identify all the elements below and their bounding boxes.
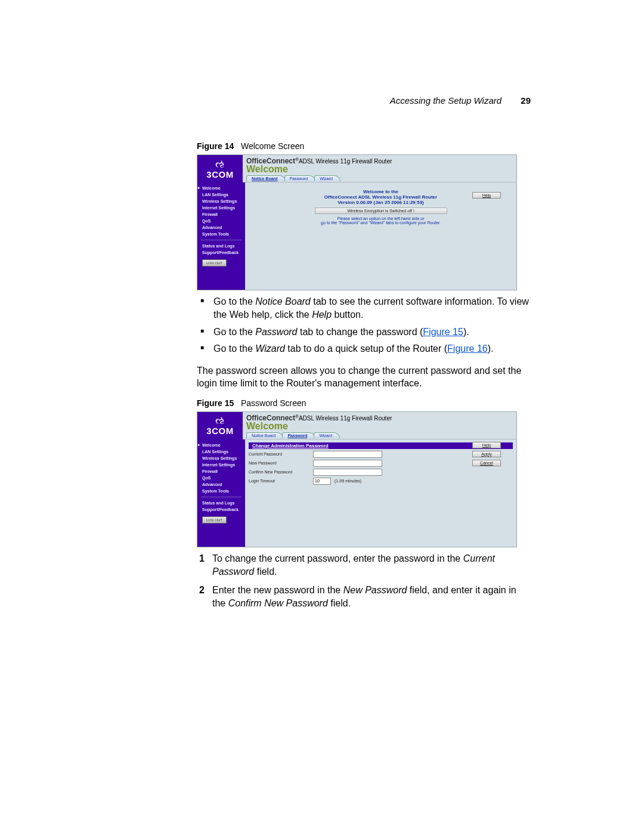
link-figure15[interactable]: Figure 15 <box>423 327 463 337</box>
sidebar-item-qos[interactable]: QoS <box>199 218 244 224</box>
confirm-password-input[interactable] <box>313 469 382 476</box>
tab-wizard[interactable]: Wizard <box>314 432 340 438</box>
sidebar-item-internet[interactable]: Internet Settings <box>199 205 244 211</box>
label-new-password: New Password <box>249 461 313 465</box>
running-title: Accessing the Setup Wizard <box>390 95 501 106</box>
sidebar-item-advanced[interactable]: Advanced <box>199 481 244 488</box>
tab-bar: Notice Board Password Wizard <box>246 432 513 438</box>
sidebar-item-lan[interactable]: LAN Settings <box>199 448 244 455</box>
steps-list: To change the current password, enter th… <box>197 552 531 611</box>
login-timeout-hint: (1-99 minutes) <box>335 479 361 483</box>
tab-password[interactable]: Password <box>282 432 315 438</box>
bullet-1: Go to the Notice Board tab to see the cu… <box>197 295 531 322</box>
sidebar-item-internet[interactable]: Internet Settings <box>199 462 244 468</box>
label-current-password: Current Password <box>249 452 313 456</box>
logout-button[interactable]: LOG OUT <box>202 259 227 267</box>
label-login-timeout: Login Timeout <box>249 479 313 483</box>
sidebar-item-qos[interactable]: QoS <box>199 475 244 481</box>
label-confirm-password: Confirm New Password <box>249 470 313 474</box>
sidebar-item-lan[interactable]: LAN Settings <box>199 191 244 198</box>
bullet-list: Go to the Notice Board tab to see the cu… <box>197 295 531 356</box>
sidebar-item-systemtools[interactable]: System Tools <box>199 231 244 237</box>
sidebar-item-status[interactable]: Status and Logs <box>199 243 244 249</box>
sidebar-item-wireless[interactable]: Wireless Settings <box>199 198 244 205</box>
instruction-line2: go to the "Password" and "Wizard" tabs t… <box>249 221 513 225</box>
sidebar-item-firewall[interactable]: Firewall <box>199 468 244 475</box>
figure14: ઌ 3COM OfficeConnect®ADSL Wireless 11g F… <box>197 154 517 290</box>
figure15: ઌ 3COM OfficeConnect®ADSL Wireless 11g F… <box>197 411 517 547</box>
new-password-input[interactable] <box>313 460 382 467</box>
page-number: 29 <box>521 95 531 106</box>
page-title: Welcome <box>246 421 513 432</box>
tab-bar: Notice Board Password Wizard <box>246 175 513 181</box>
cancel-button[interactable]: Cancel <box>472 460 501 466</box>
page-title: Welcome <box>246 164 513 175</box>
welcome-line3: Version 0.00.09 (Jan 25 2006 11:29:53) <box>249 200 513 205</box>
tab-password[interactable]: Password <box>284 175 316 181</box>
current-password-input[interactable] <box>313 451 382 458</box>
link-figure16[interactable]: Figure 16 <box>447 343 488 354</box>
encryption-status: Wireless Encryption is Switched off ! <box>315 208 447 214</box>
sidebar-item-wireless[interactable]: Wireless Settings <box>199 455 244 462</box>
swirl-icon: ઌ <box>215 159 225 169</box>
tab-wizard[interactable]: Wizard <box>314 175 340 181</box>
help-button[interactable]: Help <box>472 442 501 448</box>
sidebar-item-support[interactable]: Support/Feedback <box>199 506 244 513</box>
sidebar-item-status[interactable]: Status and Logs <box>199 500 244 506</box>
step-1: To change the current password, enter th… <box>197 552 531 579</box>
sidebar: Welcome LAN Settings Wireless Settings I… <box>197 182 245 290</box>
bullet-3: Go to the Wizard tab to do a quick setup… <box>197 342 531 355</box>
figure14-caption: Figure 14 Welcome Screen <box>197 141 531 151</box>
sidebar-item-systemtools[interactable]: System Tools <box>199 488 244 494</box>
figure15-caption: Figure 15 Password Screen <box>197 398 531 408</box>
sidebar-item-welcome[interactable]: Welcome <box>199 442 244 448</box>
tab-notice-board[interactable]: Notice Board <box>246 432 283 438</box>
sidebar: Welcome LAN Settings Wireless Settings I… <box>197 439 245 547</box>
step-2: Enter the new password in the New Passwo… <box>197 584 531 611</box>
apply-button[interactable]: Apply <box>472 451 501 457</box>
figure15-content: Change Administration Password Help Appl… <box>245 439 516 547</box>
sidebar-item-advanced[interactable]: Advanced <box>199 224 244 231</box>
instruction-line1: Please select an option on the left-hand… <box>249 216 513 221</box>
brand-logo: ઌ 3COM <box>197 412 243 439</box>
logout-button[interactable]: LOG OUT <box>202 516 227 524</box>
sidebar-item-welcome[interactable]: Welcome <box>199 185 244 191</box>
brand-logo: ઌ 3COM <box>197 155 243 182</box>
running-header: Accessing the Setup Wizard 29 <box>197 95 531 106</box>
bullet-2: Go to the Password tab to change the pas… <box>197 326 531 339</box>
swirl-icon: ઌ <box>215 415 225 426</box>
figure14-content: Help Welcome to the OfficeConnect ADSL W… <box>245 182 516 290</box>
sidebar-item-support[interactable]: Support/Feedback <box>199 249 244 256</box>
sidebar-item-firewall[interactable]: Firewall <box>199 211 244 218</box>
login-timeout-input[interactable] <box>313 478 331 485</box>
tab-notice-board[interactable]: Notice Board <box>246 175 286 181</box>
help-button[interactable]: Help <box>472 192 501 199</box>
paragraph-password-intro: The password screen allows you to change… <box>197 364 531 390</box>
